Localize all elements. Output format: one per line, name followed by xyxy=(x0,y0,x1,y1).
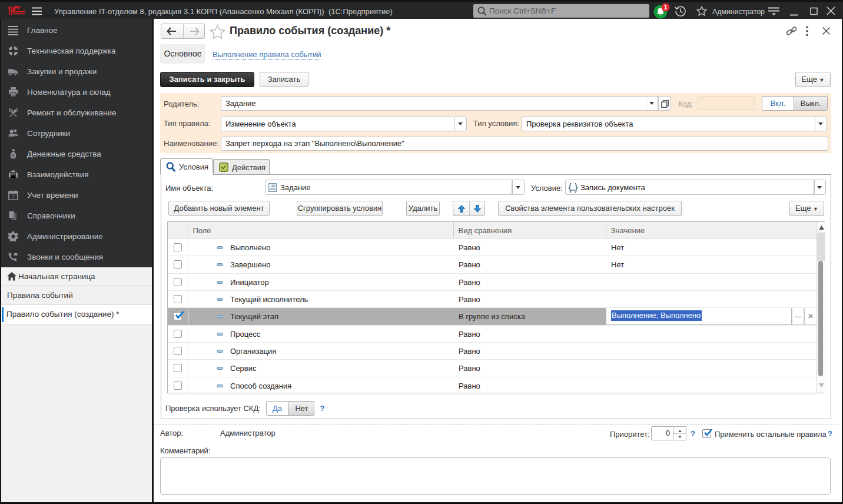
svg-text:1: 1 xyxy=(664,4,668,11)
svg-text:7: 7 xyxy=(12,194,15,200)
svg-text:$: $ xyxy=(12,152,15,158)
